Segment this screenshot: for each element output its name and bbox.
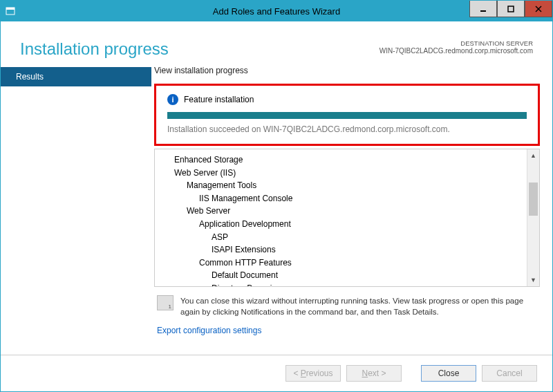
sidebar-item-results[interactable]: Results <box>1 67 151 86</box>
progress-bar <box>167 112 527 119</box>
info-icon: i <box>167 94 178 105</box>
svg-rect-3 <box>508 6 514 12</box>
destination-block: DESTINATION SERVER WIN-7QIBC2LADCG.redmo… <box>379 39 533 59</box>
note-row: You can close this wizard without interr… <box>154 287 540 323</box>
client-area: Installation progress DESTINATION SERVER… <box>1 21 552 391</box>
page-title: Installation progress <box>20 39 169 59</box>
tree-item: ASP <box>162 231 527 244</box>
minimize-button[interactable] <box>469 1 497 17</box>
tree-item: Application Development <box>162 218 527 231</box>
footer: < Previous Next > Close Cancel <box>1 355 552 391</box>
destination-label: DESTINATION SERVER <box>379 39 533 47</box>
titlebar[interactable]: Add Roles and Features Wizard <box>1 1 552 21</box>
tree-item: Directory Browsing <box>162 282 527 286</box>
tree-item: Common HTTP Features <box>162 256 527 270</box>
main-panel: View installation progress i Feature ins… <box>151 66 547 355</box>
svg-rect-1 <box>6 8 15 10</box>
note-text: You can close this wizard without interr… <box>180 295 537 317</box>
close-wizard-button[interactable]: Close <box>421 365 476 382</box>
scrollbar[interactable]: ▲ ▼ <box>527 149 539 286</box>
tree-item: Web Server <box>162 205 527 218</box>
scroll-thumb[interactable] <box>529 183 538 216</box>
status-highlight-box: i Feature installation Installation succ… <box>154 84 540 146</box>
wizard-window: Add Roles and Features Wizard Installati… <box>0 0 553 392</box>
next-button: Next > <box>346 365 402 382</box>
window-controls <box>469 1 552 17</box>
feature-tree[interactable]: Enhanced Storage Web Server (IIS) Manage… <box>155 149 527 286</box>
tree-item: IIS Management Console <box>162 192 527 205</box>
scroll-up-icon[interactable]: ▲ <box>527 149 539 162</box>
maximize-button[interactable] <box>497 1 525 17</box>
tree-item: Web Server (IIS) <box>162 167 527 180</box>
tree-item: Management Tools <box>162 179 527 192</box>
tree-item: Enhanced Storage <box>162 153 527 167</box>
destination-server: WIN-7QIBC2LADCG.redmond.corp.microsoft.c… <box>379 47 533 55</box>
close-button[interactable] <box>525 1 552 17</box>
feature-install-row: i Feature installation <box>167 94 527 105</box>
tree-item: ISAPI Extensions <box>162 243 527 256</box>
scroll-down-icon[interactable]: ▼ <box>527 274 539 286</box>
tree-item: Default Document <box>162 269 527 282</box>
success-text: Installation succeeded on WIN-7QIBC2LADC… <box>167 124 527 134</box>
feature-install-label: Feature installation <box>184 95 254 104</box>
cancel-button: Cancel <box>482 365 537 382</box>
view-progress-label: View installation progress <box>154 66 540 75</box>
sidebar: Results <box>1 66 151 355</box>
body-row: Results View installation progress i Fea… <box>1 66 552 355</box>
app-icon <box>1 1 20 21</box>
export-settings-link[interactable]: Export configuration settings <box>154 323 540 335</box>
header-row: Installation progress DESTINATION SERVER… <box>1 21 552 66</box>
flag-icon <box>157 295 174 310</box>
previous-button: < Previous <box>285 365 341 382</box>
feature-tree-box: Enhanced Storage Web Server (IIS) Manage… <box>154 149 540 287</box>
scroll-track[interactable] <box>527 162 539 274</box>
